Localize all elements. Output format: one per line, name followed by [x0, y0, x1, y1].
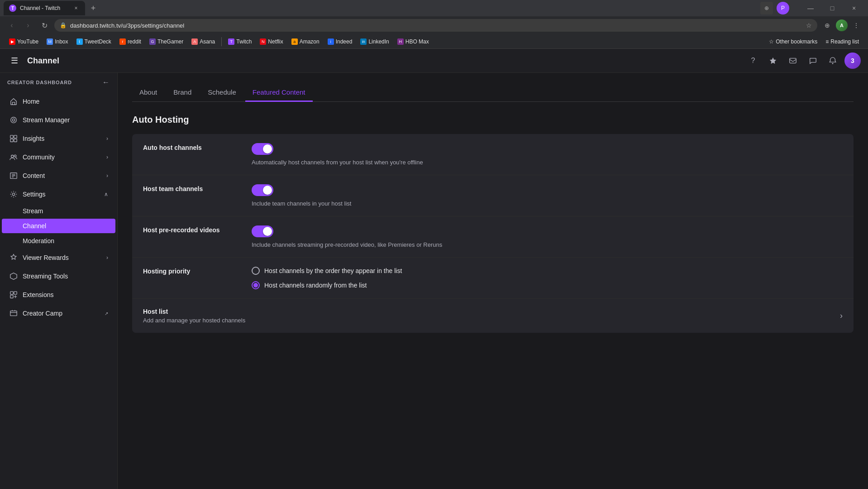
bookmark-thegamer[interactable]: G TheGamer [146, 36, 187, 47]
host-list-label: Host list Add and manage your hosted cha… [143, 308, 840, 324]
auto-host-channels-toggle[interactable] [252, 143, 273, 155]
tab-about[interactable]: About [132, 84, 164, 102]
radio-random-option[interactable]: Host channels randomly from the list [252, 281, 843, 289]
bookmark-youtube[interactable]: ▶ YouTube [5, 36, 42, 47]
bookmark-indeed[interactable]: i Indeed [324, 36, 356, 47]
sidebar-header: Creator Dashboard ← [0, 73, 117, 92]
svg-rect-5 [14, 135, 17, 138]
profile-avatar[interactable]: A [836, 19, 848, 31]
content-icon [9, 171, 18, 180]
browser-menu-button[interactable]: ⋮ [850, 19, 863, 32]
minimize-button[interactable]: — [800, 0, 821, 16]
hosting-priority-content: Host channels by the order they appear i… [252, 267, 843, 289]
extensions-button[interactable]: ⊕ [821, 19, 834, 32]
creator-dashboard-label: Creator Dashboard [7, 80, 72, 85]
sidebar-item-content[interactable]: Content › [2, 167, 115, 185]
bookmark-twitch[interactable]: T Twitch [224, 36, 255, 47]
svg-rect-15 [10, 295, 13, 298]
svg-rect-4 [10, 135, 13, 138]
host-team-channels-row: Host team channels Include team channels… [132, 175, 854, 216]
settings-label: Settings [23, 191, 100, 198]
home-icon [9, 97, 18, 106]
settings-icon [9, 190, 18, 199]
auto-hosting-card: Auto host channels Automatically host ch… [132, 134, 854, 333]
bookmarks-separator [221, 37, 222, 46]
bookmark-netflix[interactable]: N Netflix [256, 36, 286, 47]
notifications-icon[interactable] [825, 53, 841, 69]
sidebar-sub-item-stream[interactable]: Stream [2, 204, 115, 218]
bookmark-tweetdeck[interactable]: t TweetDeck [73, 36, 115, 47]
sidebar-collapse-button[interactable]: ← [102, 78, 110, 86]
bookmark-amazon[interactable]: a Amazon [288, 36, 323, 47]
sidebar-item-settings[interactable]: Settings ∧ [2, 185, 115, 203]
insights-chevron-icon: › [106, 135, 108, 142]
browser-chrome: T Channel - Twitch × + ⊕ P — □ × ‹ › ↻ 🔒… [0, 0, 868, 49]
bookmark-linkedin[interactable]: in LinkedIn [357, 36, 392, 47]
chat-icon[interactable] [805, 53, 821, 69]
hosting-priority-label: Hosting priority [143, 267, 234, 275]
forward-button[interactable]: › [22, 19, 34, 32]
svg-point-11 [12, 193, 14, 195]
auto-host-channels-description: Automatically host channels from your ho… [252, 159, 843, 166]
netflix-favicon: N [260, 38, 266, 45]
sidebar-item-extensions[interactable]: Extensions [2, 286, 115, 304]
nav-actions: ⊕ A ⋮ [821, 19, 863, 32]
help-icon[interactable]: ? [745, 53, 761, 69]
tab-close-button[interactable]: × [72, 5, 80, 12]
insights-icon[interactable] [765, 53, 781, 69]
insights-label: Insights [23, 135, 102, 142]
bookmark-other[interactable]: ☆ Other bookmarks [765, 36, 821, 47]
active-tab[interactable]: T Channel - Twitch × [4, 1, 85, 15]
lock-icon: 🔒 [60, 22, 67, 29]
svg-point-2 [11, 117, 17, 123]
sidebar-item-home[interactable]: Home [2, 92, 115, 110]
radio-order-option[interactable]: Host channels by the order they appear i… [252, 267, 843, 275]
tab-brand[interactable]: Brand [166, 84, 199, 102]
browser-profile[interactable]: A [835, 19, 848, 32]
new-tab-button[interactable]: + [87, 2, 100, 14]
extensions-icon[interactable]: ⊕ [760, 2, 773, 14]
mail-icon[interactable] [785, 53, 801, 69]
sidebar-item-stream-manager[interactable]: Stream Manager [2, 111, 115, 129]
tab-featured-content[interactable]: Featured Content [245, 84, 313, 102]
svg-point-9 [14, 155, 16, 157]
bookmark-reddit[interactable]: r reddit [116, 36, 145, 47]
host-team-channels-toggle[interactable] [252, 184, 273, 196]
maximize-button[interactable]: □ [822, 0, 843, 16]
settings-tabs: About Brand Schedule Featured Content [132, 84, 854, 102]
sidebar-item-insights[interactable]: Insights › [2, 129, 115, 148]
sidebar-item-creator-camp[interactable]: Creator Camp ↗ [2, 304, 115, 322]
host-list-description: Add and manage your hosted channels [143, 317, 840, 324]
close-window-button[interactable]: × [844, 0, 864, 16]
content-label: Content [23, 172, 102, 179]
bookmark-hbomax[interactable]: H HBO Max [394, 36, 433, 47]
sidebar-sub-item-moderation[interactable]: Moderation [2, 234, 115, 248]
host-list-row[interactable]: Host list Add and manage your hosted cha… [132, 299, 854, 333]
svg-rect-13 [10, 292, 13, 294]
indeed-favicon: i [328, 38, 334, 45]
bookmark-inbox[interactable]: M Inbox [43, 36, 72, 47]
sidebar-item-streaming-tools[interactable]: Streaming Tools [2, 267, 115, 285]
bookmark-star-icon[interactable]: ☆ [806, 22, 812, 29]
tab-schedule[interactable]: Schedule [200, 84, 243, 102]
address-bar[interactable]: 🔒 dashboard.twitch.tv/u/3pps/settings/ch… [54, 19, 817, 32]
host-pre-recorded-toggle[interactable] [252, 225, 273, 237]
profile-menu-button[interactable]: P [777, 2, 789, 14]
sidebar-item-viewer-rewards[interactable]: Viewer Rewards › [2, 249, 115, 267]
creator-camp-icon [9, 309, 18, 318]
refresh-button[interactable]: ↻ [38, 19, 51, 32]
sidebar-item-community[interactable]: Community › [2, 148, 115, 166]
bookmark-asana[interactable]: A Asana [188, 36, 219, 47]
bookmark-reading-list[interactable]: ≡ Reading list [822, 36, 863, 47]
app-body: Creator Dashboard ← Home [0, 73, 868, 489]
svg-marker-12 [10, 273, 17, 279]
user-avatar[interactable]: 3 [844, 53, 861, 69]
back-button[interactable]: ‹ [5, 19, 18, 32]
hamburger-menu-button[interactable]: ☰ [7, 53, 22, 68]
host-pre-recorded-label: Host pre-recorded videos [143, 225, 234, 234]
host-team-channels-content: Include team channels in your host list [252, 184, 843, 207]
svg-point-3 [12, 119, 14, 121]
sidebar-sub-item-channel[interactable]: Channel [2, 219, 115, 233]
nav-bar: ‹ › ↻ 🔒 dashboard.twitch.tv/u/3pps/setti… [0, 16, 868, 34]
host-pre-recorded-row: Host pre-recorded videos Include channel… [132, 216, 854, 258]
